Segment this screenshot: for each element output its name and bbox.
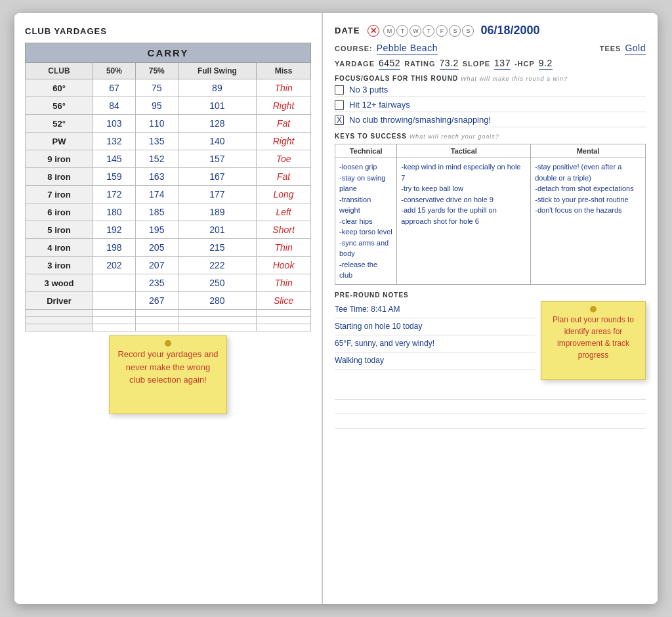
day-circle: T bbox=[423, 25, 434, 37]
col-75: 75% bbox=[135, 63, 178, 79]
keys-technical: -loosen grip -stay on swing plane -trans… bbox=[335, 158, 397, 285]
col-full: Full Swing bbox=[178, 63, 256, 79]
table-row: 60°677589Thin bbox=[26, 79, 311, 97]
day-circle: T bbox=[396, 25, 408, 37]
keys-col-technical: Technical bbox=[335, 144, 397, 158]
pre-round-line: Starting on hole 10 today bbox=[335, 318, 536, 335]
tees-label: TEES bbox=[600, 45, 621, 53]
focus-sublabel: What will make this round a win? bbox=[461, 75, 568, 82]
extra-line-3 bbox=[335, 414, 646, 429]
focus-label: FOCUS/GOALS FOR THIS ROUND What will mak… bbox=[335, 75, 646, 82]
extra-lines bbox=[335, 385, 646, 429]
goal-row: XNo club throwing/smashing/snapping! bbox=[335, 115, 646, 127]
left-panel-title: CLUB YARDAGES bbox=[25, 26, 311, 36]
slope-label: SLOPE bbox=[463, 60, 490, 68]
extra-line-2 bbox=[335, 400, 646, 414]
sticky-note-left: Record your yardages and never make the … bbox=[109, 335, 227, 414]
yardage-label: YARDAGE bbox=[335, 60, 375, 68]
hcp-value: 9.2 bbox=[539, 58, 553, 70]
yardage-value: 6452 bbox=[379, 58, 400, 70]
rating-value: 73.2 bbox=[440, 58, 459, 70]
col-club: CLUB bbox=[26, 63, 93, 79]
keys-mental: -stay positive! (even after a double or … bbox=[531, 158, 646, 285]
goal-row: Hit 12+ fairways bbox=[335, 100, 646, 112]
yardage-row: YARDAGE 6452 RATING 73.2 SLOPE 137 -HCP … bbox=[335, 58, 646, 70]
col-miss: Miss bbox=[257, 63, 311, 79]
day-circle: S bbox=[449, 25, 461, 37]
table-row: PW132135140Right bbox=[26, 133, 311, 150]
table-row: Driver267280Slice bbox=[26, 292, 311, 310]
table-row: 56°8495101Right bbox=[26, 97, 311, 115]
table-row: 5 iron192195201Short bbox=[26, 221, 311, 239]
table-row: 52°103110128Fat bbox=[26, 115, 311, 133]
pre-round-section: PRE-ROUND NOTES Tee Time: 8:41 AMStartin… bbox=[335, 291, 646, 380]
tees-value: Gold bbox=[625, 43, 646, 54]
sticky-left-text: Record your yardages and never make the … bbox=[117, 349, 218, 385]
table-row: 9 iron145152157Toe bbox=[26, 150, 311, 168]
keys-tactical: -keep wind in mind especially on hole 7 … bbox=[397, 158, 531, 285]
day-circles: MTWTFSS bbox=[383, 25, 474, 37]
table-row: 3 iron202207222Hook bbox=[26, 257, 311, 274]
goal-text: Hit 12+ fairways bbox=[349, 100, 410, 110]
table-row: 8 iron159163167Fat bbox=[26, 168, 311, 186]
right-panel: DATE ✕ MTWTFSS 06/18/2000 COURSE: Pebble… bbox=[323, 13, 658, 604]
course-row: COURSE: Pebble Beach TEES Gold bbox=[335, 43, 646, 54]
sticky-right-text: Plan out your rounds to identify areas f… bbox=[553, 315, 634, 360]
goals-container: No 3 puttsHit 12+ fairwaysXNo club throw… bbox=[335, 85, 646, 127]
crossed-day: ✕ bbox=[368, 25, 379, 37]
date-value: 06/18/2000 bbox=[480, 24, 539, 37]
goal-row: No 3 putts bbox=[335, 85, 646, 97]
hcp-label: -HCP bbox=[514, 60, 535, 68]
col-50: 50% bbox=[93, 63, 136, 79]
pre-round-line: Tee Time: 8:41 AM bbox=[335, 301, 536, 318]
pre-round-line: Walking today bbox=[335, 352, 536, 370]
table-row: 4 iron198205215Thin bbox=[26, 239, 311, 257]
goal-checkbox[interactable] bbox=[335, 100, 344, 110]
pre-round-label: PRE-ROUND NOTES bbox=[335, 291, 646, 299]
left-panel: CLUB YARDAGES CARRY CLUB 50% 75% Full Sw… bbox=[14, 13, 323, 604]
goal-text: No club throwing/smashing/snapping! bbox=[349, 115, 491, 125]
notebook: CLUB YARDAGES CARRY CLUB 50% 75% Full Sw… bbox=[14, 13, 658, 604]
rating-label: RATING bbox=[404, 60, 435, 68]
date-label: DATE bbox=[335, 26, 360, 35]
keys-col-tactical: Tactical bbox=[397, 144, 531, 158]
slope-value: 137 bbox=[494, 58, 511, 70]
table-row: 3 wood235250Thin bbox=[26, 274, 311, 292]
course-value: Pebble Beach bbox=[377, 43, 438, 54]
keys-col-mental: Mental bbox=[531, 144, 646, 158]
day-circle: S bbox=[462, 25, 474, 37]
keys-label: KEYS TO SUCCESS What will reach your goa… bbox=[335, 133, 646, 140]
table-row: 7 iron172174177Long bbox=[26, 186, 311, 203]
table-row bbox=[26, 324, 311, 331]
pre-round-text: Tee Time: 8:41 AMStarting on hole 10 tod… bbox=[335, 301, 536, 380]
carry-header: CARRY bbox=[26, 43, 311, 63]
goal-checkbox[interactable] bbox=[335, 85, 344, 95]
sticky-note-right: Plan out your rounds to identify areas f… bbox=[541, 301, 646, 380]
goal-checkbox[interactable]: X bbox=[335, 116, 344, 125]
day-circle: W bbox=[410, 25, 421, 37]
day-circle: M bbox=[383, 25, 395, 37]
keys-sublabel: What will reach your goals? bbox=[410, 133, 499, 140]
day-circle: F bbox=[436, 25, 448, 37]
keys-table: Technical Tactical Mental -loosen grip -… bbox=[335, 144, 646, 285]
pre-round-line: 65°F, sunny, and very windy! bbox=[335, 335, 536, 352]
table-row bbox=[26, 317, 311, 324]
pre-round-content: Tee Time: 8:41 AMStarting on hole 10 tod… bbox=[335, 301, 646, 380]
table-row bbox=[26, 310, 311, 317]
carry-table: CARRY CLUB 50% 75% Full Swing Miss 60°67… bbox=[25, 43, 311, 331]
extra-line-1 bbox=[335, 385, 646, 400]
course-label: COURSE: bbox=[335, 45, 373, 53]
date-row: DATE ✕ MTWTFSS 06/18/2000 bbox=[335, 24, 646, 37]
goal-text: No 3 putts bbox=[349, 85, 388, 95]
table-row: 6 iron180185189Left bbox=[26, 203, 311, 221]
